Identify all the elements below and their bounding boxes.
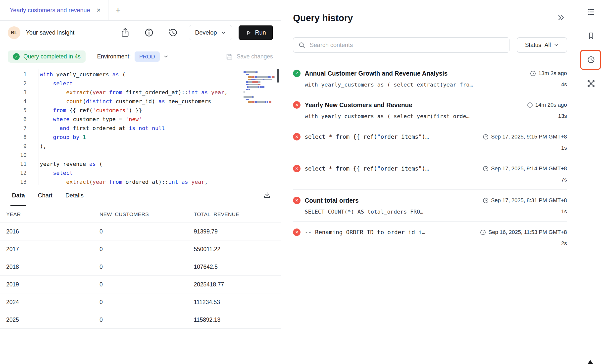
table-row: 201902025418.77 <box>0 276 281 293</box>
save-changes-label: Save changes <box>237 53 273 60</box>
search-box[interactable] <box>293 37 509 53</box>
history-item[interactable]: ✕-- Renaming ORDER_ID to order_id i…Sep … <box>293 222 567 253</box>
code-line: and first_ordered_at is not null <box>40 124 281 133</box>
minimap-line <box>244 81 270 83</box>
history-item-query: select * from {{ ref("order_items")… <box>305 134 479 140</box>
results-tab-details[interactable]: Details <box>65 185 84 206</box>
clock-icon <box>483 134 488 139</box>
history-item-duration: 2s <box>556 240 567 247</box>
history-item-title: Yearly New Customers and Revenue <box>305 101 523 109</box>
tab-title: Yearly customers and revenue <box>10 7 90 14</box>
lineage-icon[interactable] <box>586 78 597 89</box>
code-line <box>40 151 281 160</box>
history-item-timestamp: Sep 17, 2025, 9:15 PM GMT+8 <box>483 134 567 140</box>
query-status-row: ✓ Query completed in 4s Environment: PRO… <box>0 45 281 69</box>
history-item-title: Annual Customer Growth and Revenue Analy… <box>305 70 526 77</box>
history-item[interactable]: ✕select * from {{ ref("order_items")…Sep… <box>293 126 567 158</box>
table-cell: 2025418.77 <box>194 281 281 288</box>
chevron-down-icon <box>221 31 226 34</box>
table-cell: 0 <box>100 246 194 253</box>
line-number: 2 <box>0 79 27 88</box>
format-list-icon[interactable] <box>586 6 597 17</box>
results-tab-data[interactable]: Data <box>12 185 25 206</box>
table-row: 20170550011.22 <box>0 240 281 258</box>
minimap-line <box>244 84 270 85</box>
develop-button[interactable]: Develop <box>189 25 232 40</box>
table-cell: 91399.79 <box>194 228 281 235</box>
error-icon: ✕ <box>293 133 301 140</box>
close-tab-icon[interactable]: × <box>97 7 100 14</box>
column-header: NEW_CUSTOMERS <box>100 211 194 217</box>
line-number: 8 <box>0 133 27 142</box>
table-header-row: YEARNEW_CUSTOMERSTOTAL_REVENUE <box>0 206 281 223</box>
share-icon[interactable] <box>120 27 131 38</box>
chevron-down-icon <box>163 55 168 58</box>
error-icon: ✕ <box>293 101 301 109</box>
editor-scrollbar[interactable] <box>277 69 279 83</box>
table-cell: 0 <box>100 264 194 270</box>
minimap-line <box>244 79 270 80</box>
table-cell: 2016 <box>6 228 100 235</box>
play-icon <box>246 30 252 36</box>
history-item-timestamp: Sep 16, 2025, 11:53 PM GMT+8 <box>480 229 567 235</box>
insight-header: BL Your saved insight Develop R <box>0 21 281 45</box>
history-item[interactable]: ✕Count total ordersSep 17, 2025, 8:31 PM… <box>293 190 567 221</box>
table-cell: 0 <box>100 228 194 235</box>
results-tab-chart[interactable]: Chart <box>38 185 52 206</box>
history-item-title: Count total orders <box>305 197 479 204</box>
history-item-timestamp: 14m 20s ago <box>527 102 567 108</box>
sql-editor[interactable]: 12345678910111213 with yearly_customers … <box>0 69 281 185</box>
line-number: 4 <box>0 97 27 106</box>
minimap-line <box>244 74 270 75</box>
column-header: TOTAL_REVENUE <box>194 211 281 217</box>
header-actions <box>120 27 178 38</box>
editor-minimap[interactable] <box>244 71 270 104</box>
search-input[interactable] <box>309 41 504 49</box>
query-status-pill: ✓ Query completed in 4s <box>8 50 86 63</box>
history-item[interactable]: ✓Annual Customer Growth and Revenue Anal… <box>293 63 567 94</box>
table-cell: 2024 <box>6 299 100 306</box>
table-cell: 111234.53 <box>194 299 281 306</box>
tab-yearly-customers[interactable]: Yearly customers and revenue × <box>0 0 108 20</box>
table-body: 2016091399.7920170550011.2220180107642.5… <box>0 223 281 329</box>
code-line: where customer_type = 'new' <box>40 115 281 124</box>
table-cell: 2018 <box>6 264 100 270</box>
save-changes-button[interactable]: Save changes <box>226 53 273 60</box>
line-number: 11 <box>0 160 27 169</box>
history-item[interactable]: ✕Yearly New Customers and Revenue14m 20s… <box>293 94 567 126</box>
minimap-line <box>244 76 270 78</box>
line-number: 10 <box>0 151 27 160</box>
code-line: group by 1 <box>40 133 281 142</box>
chevron-down-icon <box>554 44 559 46</box>
run-button[interactable]: Run <box>239 25 273 40</box>
history-item-timestamp: 13m 2s ago <box>530 70 567 77</box>
line-number: 7 <box>0 124 27 133</box>
history-item-query-preview: with yearly_customers as ( select year(f… <box>305 113 553 119</box>
bookmark-icon[interactable] <box>586 30 597 41</box>
query-status-text: Query completed in 4s <box>23 53 81 60</box>
table-cell: 550011.22 <box>194 246 281 253</box>
info-icon[interactable] <box>144 27 154 38</box>
environment-selector[interactable]: Environment: PROD <box>97 51 168 62</box>
clock-icon <box>483 166 488 171</box>
minimap-line <box>244 86 270 88</box>
history-item[interactable]: ✕select * from {{ ref("order_items")…Sep… <box>293 158 567 189</box>
right-icon-rail <box>579 0 603 364</box>
version-history-icon[interactable] <box>167 27 178 38</box>
results-tab-bar: DataChartDetails <box>0 185 281 206</box>
history-item-duration: 7s <box>556 177 567 183</box>
cursor-artifact <box>588 360 593 364</box>
success-icon: ✓ <box>293 70 301 77</box>
minimap-line <box>244 71 270 73</box>
query-history-icon[interactable] <box>586 54 597 65</box>
history-item-duration: 1s <box>556 145 567 151</box>
status-filter-dropdown[interactable]: Status All <box>517 37 567 53</box>
error-icon: ✕ <box>293 165 301 172</box>
saved-insight-label: Your saved insight <box>26 29 74 36</box>
error-icon: ✕ <box>293 197 301 204</box>
download-results-icon[interactable] <box>263 191 271 200</box>
collapse-panel-icon[interactable] <box>557 14 565 22</box>
tab-bar: Yearly customers and revenue × + <box>0 0 281 21</box>
history-list: ✓Annual Customer Growth and Revenue Anal… <box>293 63 579 253</box>
new-tab-button[interactable]: + <box>115 6 121 15</box>
